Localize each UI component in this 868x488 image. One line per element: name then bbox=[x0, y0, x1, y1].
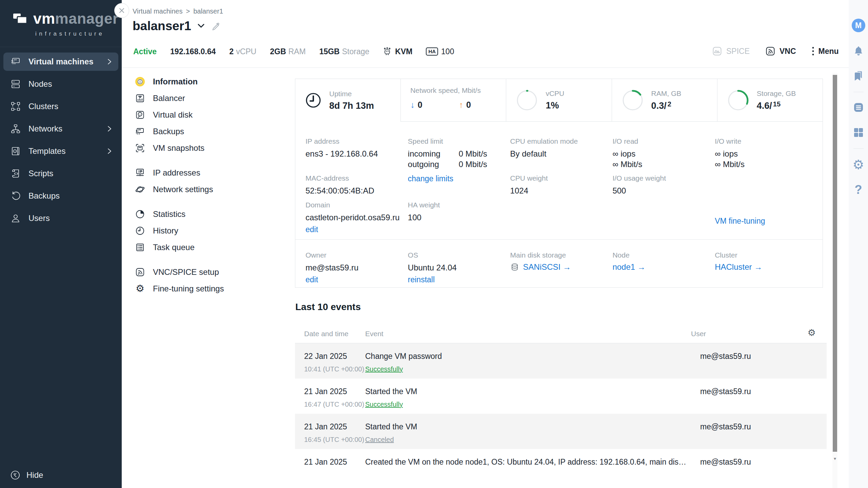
upload-speed-value: 0 bbox=[466, 100, 471, 109]
active-ring bbox=[135, 77, 145, 86]
field-value: castleton-peridot.osa59.ru bbox=[305, 212, 403, 223]
edit-name-pencil-icon[interactable] bbox=[211, 21, 220, 31]
tab-storage[interactable]: Storage, GB 4.6/15 bbox=[717, 79, 823, 122]
main-disk-storage-link[interactable]: SANiSCSI → bbox=[523, 262, 571, 272]
submenu-item-fine-tuning-settings[interactable]: ⚙ Fine-tuning settings bbox=[133, 280, 224, 297]
close-page-button[interactable] bbox=[114, 3, 129, 18]
ram-used: 0.3/ bbox=[651, 101, 667, 111]
cluster-link[interactable]: HACluster → bbox=[715, 262, 762, 271]
info-icon bbox=[133, 77, 147, 86]
table-settings-gear-icon[interactable]: ⚙ bbox=[808, 328, 816, 338]
sidebar-item-label: Clusters bbox=[28, 102, 58, 111]
breadcrumb-parent[interactable]: Virtual machines bbox=[133, 7, 182, 15]
menu-button[interactable]: Menu bbox=[812, 46, 839, 56]
virtual-disk-icon bbox=[133, 110, 147, 120]
breadcrumb-current: balanser1 bbox=[193, 7, 223, 15]
settings-gear-icon[interactable]: ⚙ bbox=[852, 158, 864, 171]
apps-grid-icon[interactable] bbox=[853, 127, 864, 138]
vnc-button[interactable]: VNC bbox=[765, 46, 796, 56]
submenu-item-virtual-disk[interactable]: Virtual disk bbox=[133, 106, 224, 123]
users-icon bbox=[10, 213, 21, 223]
sidebar-item-users[interactable]: Users bbox=[3, 209, 118, 227]
vm-cpu-unit: vCPU bbox=[236, 47, 256, 56]
field-label: CPU weight bbox=[510, 174, 608, 182]
submenu-item-vm-snapshots[interactable]: VM snapshots bbox=[133, 140, 224, 156]
spice-button[interactable]: SPICE bbox=[712, 46, 750, 56]
event-status-link[interactable]: Canceled bbox=[365, 436, 394, 444]
event-row[interactable]: 22 Jan 2025 10:41 (UTC +00:00) Change VM… bbox=[295, 343, 827, 379]
event-date: 21 Jan 2025 bbox=[304, 458, 365, 467]
tab-vcpu[interactable]: vCPU 1% bbox=[506, 79, 611, 122]
notifications-bell-icon[interactable] bbox=[853, 46, 864, 57]
event-row[interactable]: 21 Jan 2025 Created the VM on the node n… bbox=[295, 449, 827, 488]
header-actions: SPICE VNC Menu bbox=[712, 46, 839, 56]
column-event: Event bbox=[365, 330, 691, 338]
app-subtitle: infrastructure bbox=[35, 30, 122, 37]
close-icon bbox=[119, 7, 125, 14]
sidebar-item-virtual-machines[interactable]: Virtual machines bbox=[3, 53, 118, 71]
field-ha-weight: HA weight 100 bbox=[408, 201, 506, 239]
notes-icon[interactable] bbox=[853, 102, 864, 113]
statistics-icon bbox=[133, 209, 147, 219]
field-label: Main disk storage bbox=[510, 251, 608, 259]
tab-uptime[interactable]: Uptime 8d 7h 13m bbox=[295, 79, 400, 122]
avatar[interactable]: M bbox=[852, 19, 865, 32]
submenu-item-network-settings[interactable]: Network settings bbox=[133, 181, 224, 198]
title-dropdown-chevron-icon[interactable] bbox=[197, 23, 205, 29]
speed-outgoing-value: 0 Mbit/s bbox=[459, 159, 506, 169]
event-row[interactable]: 21 Jan 2025 16:45 (UTC +00:00) Started t… bbox=[295, 414, 827, 449]
event-row[interactable]: 21 Jan 2025 16:47 (UTC +00:00) Started t… bbox=[295, 379, 827, 414]
sidebar-item-nodes[interactable]: Nodes bbox=[3, 75, 118, 93]
help-icon[interactable]: ? bbox=[855, 183, 862, 197]
tab-network-speed[interactable]: Network speed, Mbit/s ↓0 ↑0 bbox=[400, 79, 506, 122]
submenu-item-balancer[interactable]: Balancer bbox=[133, 90, 224, 106]
sidebar-item-clusters[interactable]: Clusters bbox=[3, 97, 118, 116]
submenu-item-information[interactable]: Information bbox=[133, 73, 224, 90]
sidebar-item-backups[interactable]: Backups bbox=[3, 187, 118, 205]
vertical-scrollbar[interactable]: ▾ bbox=[832, 73, 837, 488]
submenu-item-label: VM snapshots bbox=[153, 143, 204, 153]
download-arrow-icon: ↓ bbox=[410, 100, 415, 109]
change-limits-link[interactable]: change limits bbox=[408, 174, 453, 183]
submenu-item-label: Task queue bbox=[153, 243, 195, 252]
vm-storage-unit: Storage bbox=[342, 47, 370, 56]
scrollbar-thumb[interactable] bbox=[833, 75, 837, 452]
field-label: Node bbox=[612, 251, 710, 259]
bookmarks-icon[interactable] bbox=[853, 70, 864, 82]
event-date: 21 Jan 2025 bbox=[304, 387, 365, 396]
scrollbar-down-arrow-icon[interactable]: ▾ bbox=[832, 456, 837, 461]
vcpu-gauge bbox=[516, 89, 538, 111]
submenu-item-vnc-spice-setup[interactable]: VNC/SPICE setup bbox=[133, 264, 224, 280]
disk-storage-icon bbox=[510, 263, 519, 271]
edit-owner-link[interactable]: edit bbox=[305, 275, 318, 284]
node-link[interactable]: node1 → bbox=[612, 262, 645, 271]
field-value: ∞ iops bbox=[612, 148, 710, 159]
edit-domain-link[interactable]: edit bbox=[305, 225, 318, 234]
submenu-item-task-queue[interactable]: Task queue bbox=[133, 239, 224, 256]
app-name: vmmanager bbox=[33, 10, 119, 27]
sidebar-item-label: Virtual machines bbox=[28, 57, 94, 66]
submenu-item-statistics[interactable]: Statistics bbox=[133, 206, 224, 222]
field-value: ∞ Mbit/s bbox=[612, 159, 710, 169]
submenu-item-ip-addresses[interactable]: IP addresses bbox=[133, 164, 224, 181]
sidebar-item-templates[interactable]: Templates bbox=[3, 142, 118, 160]
rail-divider bbox=[853, 92, 864, 92]
event-user: me@stas59.ru bbox=[700, 387, 751, 396]
submenu-item-label: History bbox=[153, 226, 178, 236]
tab-ram[interactable]: RAM, GB 0.3/2 bbox=[612, 79, 717, 122]
kebab-menu-icon bbox=[812, 46, 814, 56]
field-label: IP address bbox=[305, 137, 403, 145]
event-status-link[interactable]: Successfully bbox=[365, 365, 403, 373]
vm-fine-tuning-link[interactable]: VM fine-tuning bbox=[715, 217, 765, 225]
submenu-item-backups[interactable]: Backups bbox=[133, 123, 224, 140]
sidebar-item-networks[interactable]: Networks bbox=[3, 120, 118, 138]
reinstall-os-link[interactable]: reinstall bbox=[408, 275, 435, 284]
sidebar-item-scripts[interactable]: Scripts bbox=[3, 164, 118, 183]
upload-arrow-icon: ↑ bbox=[459, 100, 463, 109]
vnc-label: VNC bbox=[780, 47, 796, 56]
nodes-icon bbox=[10, 79, 21, 89]
download-speed-value: 0 bbox=[418, 100, 422, 109]
submenu-item-history[interactable]: History bbox=[133, 222, 224, 239]
event-status-link[interactable]: Successfully bbox=[365, 401, 403, 408]
hide-sidebar-button[interactable]: Hide bbox=[0, 462, 122, 488]
